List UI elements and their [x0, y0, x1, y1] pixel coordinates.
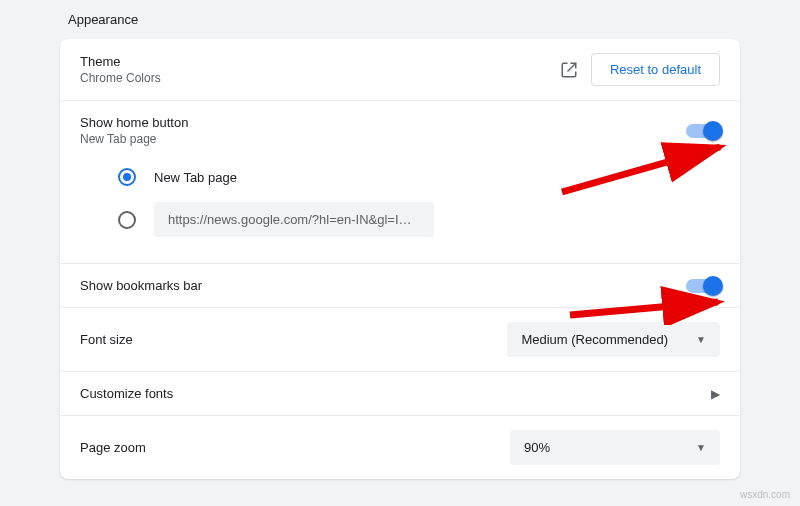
font-size-select[interactable]: Medium (Recommended) ▼	[507, 322, 720, 357]
customize-fonts-labels: Customize fonts	[80, 386, 699, 401]
font-size-labels: Font size	[80, 332, 495, 347]
font-size-value: Medium (Recommended)	[521, 332, 668, 347]
page-zoom-title: Page zoom	[80, 440, 498, 455]
page-zoom-row[interactable]: Page zoom 90% ▼	[60, 415, 740, 479]
radio-selected-icon[interactable]	[118, 168, 136, 186]
bookmarks-labels: Show bookmarks bar	[80, 278, 674, 293]
customize-fonts-row[interactable]: Customize fonts ▶	[60, 371, 740, 415]
theme-row[interactable]: Theme Chrome Colors Reset to default	[60, 39, 740, 100]
watermark: wsxdn.com	[740, 489, 790, 500]
home-option-newtab-label: New Tab page	[154, 170, 237, 185]
bookmarks-bar-toggle[interactable]	[686, 279, 720, 293]
home-option-newtab[interactable]: New Tab page	[80, 160, 720, 194]
caret-down-icon: ▼	[696, 334, 706, 345]
appearance-card: Theme Chrome Colors Reset to default Sho…	[60, 39, 740, 479]
font-size-row[interactable]: Font size Medium (Recommended) ▼	[60, 307, 740, 371]
font-size-title: Font size	[80, 332, 495, 347]
reset-to-default-button[interactable]: Reset to default	[591, 53, 720, 86]
home-url-input[interactable]: https://news.google.com/?hl=en-IN&gl=IN&…	[154, 202, 434, 237]
home-button-row: Show home button New Tab page	[60, 100, 740, 160]
theme-title: Theme	[80, 54, 547, 69]
radio-unselected-icon[interactable]	[118, 211, 136, 229]
home-labels: Show home button New Tab page	[80, 115, 674, 146]
section-title: Appearance	[8, 0, 792, 39]
open-external-icon[interactable]	[559, 60, 579, 80]
bookmarks-bar-row: Show bookmarks bar	[60, 263, 740, 307]
customize-fonts-title: Customize fonts	[80, 386, 699, 401]
caret-down-icon: ▼	[696, 442, 706, 453]
theme-labels: Theme Chrome Colors	[80, 54, 547, 85]
home-sub: New Tab page	[80, 132, 674, 146]
home-options: New Tab page https://news.google.com/?hl…	[60, 160, 740, 263]
home-title: Show home button	[80, 115, 674, 130]
page-zoom-labels: Page zoom	[80, 440, 498, 455]
chevron-right-icon: ▶	[711, 387, 720, 401]
page-zoom-value: 90%	[524, 440, 550, 455]
page-zoom-select[interactable]: 90% ▼	[510, 430, 720, 465]
home-button-toggle[interactable]	[686, 124, 720, 138]
theme-sub: Chrome Colors	[80, 71, 547, 85]
bookmarks-title: Show bookmarks bar	[80, 278, 674, 293]
home-option-custom-url[interactable]: https://news.google.com/?hl=en-IN&gl=IN&…	[80, 194, 720, 245]
